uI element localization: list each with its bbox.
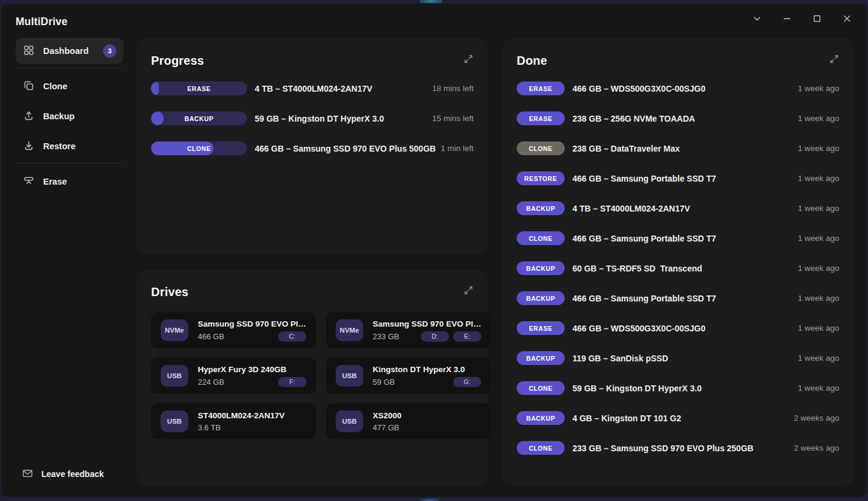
drive-letter-pill: E: [453, 331, 481, 342]
device-name: 59 GB – Kingston DT HyperX 3.0 [255, 114, 384, 123]
operation-label-pill: ERASE [517, 111, 565, 125]
sidebar-item-label: Backup [43, 111, 74, 121]
done-item: BACKUP 60 GB – TS-RDF5 SD Transcend 1 we… [517, 261, 839, 275]
drive-meta: 59 GB G: [373, 377, 481, 387]
drive-card[interactable]: USB HyperX Fury 3D 240GB 224 GB F: [151, 358, 316, 394]
sidebar-item-backup[interactable]: Backup [16, 104, 123, 128]
app-window: MultiDrive Dashboard 3 [1, 4, 867, 497]
drive-size: 233 GB [373, 332, 399, 341]
drive-type-badge: USB [336, 365, 363, 387]
drive-size: 59 GB [373, 378, 395, 387]
drive-letters: C: [278, 331, 306, 342]
device-name: 466 GB – Samsung Portable SSD T7 [572, 294, 716, 303]
operation-label-pill: RESTORE [517, 171, 565, 185]
drive-info: XS2000 477 GB [373, 411, 481, 432]
operation-label-pill: BACKUP [517, 291, 565, 305]
completed-time: 1 week ago [798, 234, 839, 243]
expand-icon [463, 54, 474, 66]
completed-time: 1 week ago [798, 324, 839, 333]
operation-label-pill: BACKUP [517, 411, 565, 425]
device-name: 466 GB – Samsung Portable SSD T7 [572, 174, 716, 183]
completed-time: 1 week ago [798, 174, 839, 183]
backup-upload-icon [23, 110, 35, 123]
expand-drives-button[interactable] [460, 283, 476, 299]
drive-type-badge: USB [336, 411, 363, 432]
expand-progress-button[interactable] [460, 52, 476, 68]
device-name: 466 GB – WDS500G3X0C-00SJG0 [572, 84, 706, 93]
drive-card[interactable]: USB Kingston DT HyperX 3.0 59 GB G: [326, 358, 491, 394]
drive-info: Samsung SSD 970 EVO Pl… 233 GB D:E: [373, 319, 481, 342]
drive-name: HyperX Fury 3D 240GB [198, 365, 306, 374]
drive-meta: 466 GB C: [198, 331, 306, 342]
done-item: CLONE 466 GB – Samsung Portable SSD T7 1… [517, 231, 839, 245]
sidebar-divider [16, 163, 123, 164]
expand-done-button[interactable] [826, 52, 842, 68]
sidebar-item-erase[interactable]: Erase [16, 170, 123, 194]
maximize-button[interactable] [810, 12, 824, 26]
drive-letter-pill: F: [278, 377, 306, 387]
progress-panel-title: Progress [151, 54, 204, 68]
done-item: BACKUP 466 GB – Samsung Portable SSD T7 … [517, 291, 839, 305]
operation-label: CLONE [151, 141, 247, 155]
completed-time: 1 week ago [798, 354, 839, 363]
device-name: 4 GB – Kingston DT 101 G2 [572, 414, 681, 423]
device-name: 466 GB – Samsung SSD 970 EVO Plus 500GB [255, 144, 436, 153]
drive-name: Kingston DT HyperX 3.0 [373, 365, 481, 374]
drive-letter-pill: C: [278, 331, 306, 342]
time-remaining: 18 mins left [432, 84, 474, 93]
drive-meta: 477 GB [373, 423, 481, 432]
sidebar-divider [16, 68, 123, 68]
done-item: CLONE 238 GB – DataTraveler Max 1 week a… [517, 141, 839, 155]
drive-card[interactable]: NVMe Samsung SSD 970 EVO Pl… 233 GB D:E: [326, 312, 491, 348]
drive-card[interactable]: NVMe Samsung SSD 970 EVO Pl… 466 GB C: [151, 312, 316, 348]
progress-list: ERASE 4 TB – ST4000LM024-2AN17V 18 mins … [151, 82, 474, 155]
chevron-down-icon [752, 13, 762, 26]
done-item: BACKUP 119 GB – SanDisk pSSD 1 week ago [517, 351, 839, 365]
sidebar-item-clone[interactable]: Clone [16, 74, 123, 98]
done-item: RESTORE 466 GB – Samsung Portable SSD T7… [517, 171, 839, 185]
operation-label: BACKUP [151, 111, 247, 125]
desktop-edge-artifact [420, 0, 442, 3]
completed-time: 1 week ago [798, 204, 839, 213]
completed-time: 2 weeks ago [794, 414, 839, 422]
sidebar-item-dashboard[interactable]: Dashboard 3 [16, 38, 123, 64]
leave-feedback-button[interactable]: Leave feedback [22, 463, 104, 485]
minimize-button[interactable] [780, 12, 794, 26]
operation-label-pill: BACKUP [517, 201, 565, 215]
drive-size: 466 GB [198, 332, 224, 341]
sidebar-item-restore[interactable]: Restore [16, 134, 123, 158]
mail-icon [22, 467, 34, 481]
drive-type-badge: USB [161, 411, 188, 432]
drives-panel: Drives NVMe Samsung SSD 970 EVO Pl… 466 … [137, 270, 488, 485]
drive-name: Samsung SSD 970 EVO Pl… [198, 319, 306, 328]
done-item: BACKUP 4 GB – Kingston DT 101 G2 2 weeks… [517, 411, 839, 425]
device-name: 466 GB – WDS500G3X0C-00SJG0 [572, 324, 706, 333]
completed-time: 1 week ago [798, 144, 839, 153]
collapse-button[interactable] [750, 12, 764, 26]
close-icon [842, 13, 852, 26]
drive-size: 3.6 TB [198, 423, 221, 432]
progress-panel: Progress ERASE 4 TB – ST4000LM024-2AN17V… [137, 38, 488, 254]
close-button[interactable] [840, 12, 854, 26]
done-item: BACKUP 4 TB – ST4000LM024-2AN17V 1 week … [517, 201, 839, 215]
operation-progress-pill: CLONE [151, 141, 247, 155]
device-name: 60 GB – TS-RDF5 SD Transcend [572, 264, 702, 273]
drive-info: Kingston DT HyperX 3.0 59 GB G: [373, 365, 481, 387]
device-name: 59 GB – Kingston DT HyperX 3.0 [572, 384, 702, 393]
desktop-edge-artifact-bottom [421, 499, 439, 501]
progress-item: BACKUP 59 GB – Kingston DT HyperX 3.0 15… [151, 111, 474, 125]
progress-item: ERASE 4 TB – ST4000LM024-2AN17V 18 mins … [151, 82, 474, 95]
device-name: 238 GB – 256G NVMe TOAADA [572, 114, 695, 123]
drive-size: 477 GB [373, 423, 399, 432]
drive-card[interactable]: USB XS2000 477 GB [326, 403, 491, 439]
device-name: 466 GB – Samsung Portable SSD T7 [572, 234, 716, 243]
sidebar-item-label: Erase [43, 177, 67, 186]
progress-item: CLONE 466 GB – Samsung SSD 970 EVO Plus … [151, 141, 474, 155]
drive-name: Samsung SSD 970 EVO Pl… [373, 319, 481, 328]
drive-info: HyperX Fury 3D 240GB 224 GB F: [198, 365, 306, 387]
done-panel-title: Done [517, 54, 547, 68]
time-remaining: 1 min left [441, 144, 474, 153]
completed-time: 1 week ago [798, 114, 839, 123]
app-title: MultiDrive [16, 16, 68, 28]
drive-card[interactable]: USB ST4000LM024-2AN17V 3.6 TB [151, 403, 316, 439]
